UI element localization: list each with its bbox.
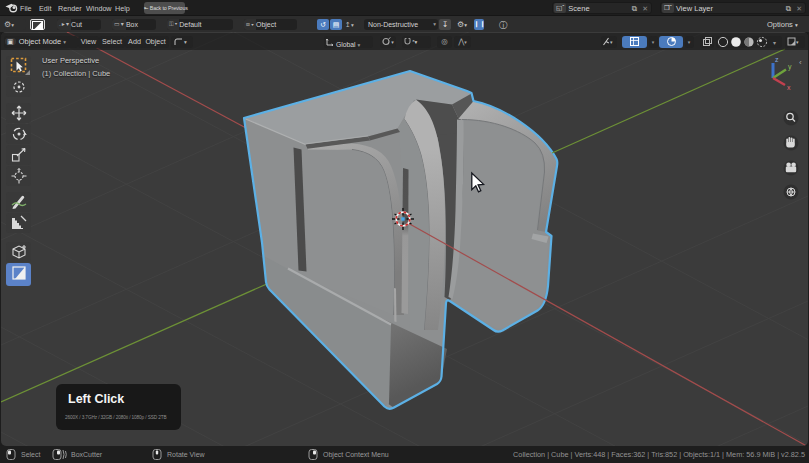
svg-text:x: x (787, 84, 791, 91)
svg-text:y: y (788, 63, 792, 71)
svg-text:▾: ▾ (773, 40, 776, 46)
svg-text:z: z (775, 56, 779, 63)
svg-text:‹: ‹ (799, 58, 802, 67)
